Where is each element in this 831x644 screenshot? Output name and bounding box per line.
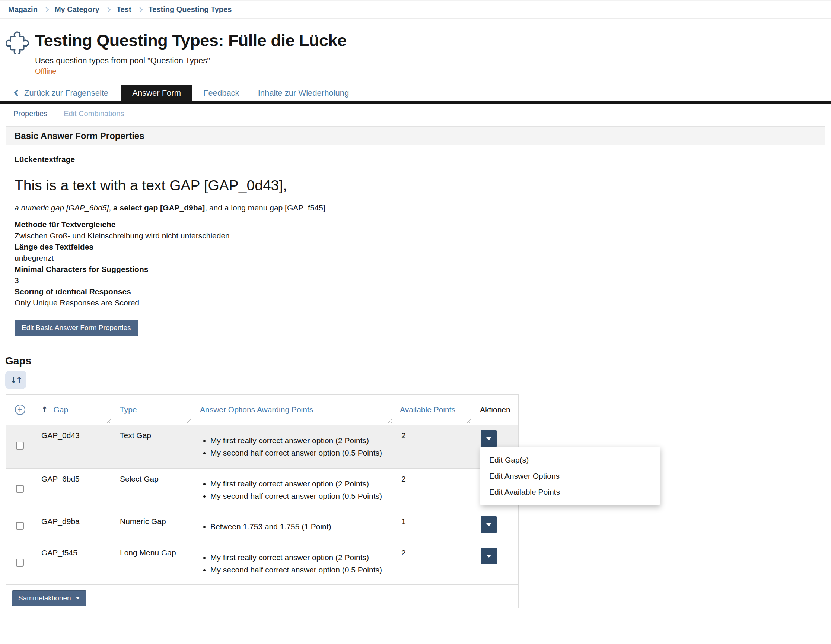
answer-option: My second half correct answer option (0.… xyxy=(210,490,393,502)
cell-available-points: 2 xyxy=(394,469,473,511)
column-header-gap[interactable]: Gap xyxy=(53,405,68,414)
cell-answer-options: Between 1.753 and 1.755 (1 Point) xyxy=(193,511,394,542)
tab-back-label: Zurück zur Fragenseite xyxy=(24,88,108,98)
cell-answer-options: My first really correct answer option (2… xyxy=(193,542,394,585)
row-checkbox[interactable] xyxy=(16,442,24,450)
row-actions-dropdown-button[interactable] xyxy=(481,516,497,533)
property-label: Methode für Textvergleiche xyxy=(14,219,817,230)
answer-option: My first really correct answer option (2… xyxy=(210,478,393,490)
breadcrumb: Magazin My Category Test Testing Questin… xyxy=(0,0,831,19)
circle-plus-icon[interactable]: + xyxy=(15,405,25,415)
chevron-left-icon xyxy=(14,89,21,96)
cell-gap-type: Numeric Gap xyxy=(113,511,193,542)
subtab-edit-combinations[interactable]: Edit Combinations xyxy=(64,110,124,118)
question-text-italic: a numeric gap [GAP_6bd5] xyxy=(14,203,109,212)
tab-answer-form[interactable]: Answer Form xyxy=(121,84,192,101)
column-resize-handle[interactable] xyxy=(466,418,471,424)
question-type-label: Lückentextfrage xyxy=(14,155,817,164)
property-label: Länge des Textfeldes xyxy=(14,241,817,252)
question-text-line2: a numeric gap [GAP_6bd5], a select gap [… xyxy=(14,203,817,212)
cell-gap-name: GAP_6bd5 xyxy=(34,469,113,511)
tab-feedback[interactable]: Feedback xyxy=(203,84,239,101)
answer-option: My second half correct answer option (0.… xyxy=(210,446,393,459)
gaps-section: Gaps ↓↑ xyxy=(0,355,831,389)
answer-option: Between 1.753 and 1.755 (1 Point) xyxy=(210,520,393,532)
cell-gap-name: GAP_d9ba xyxy=(34,511,113,542)
cell-gap-type: Text Gap xyxy=(113,425,193,469)
property-value: Zwischen Groß- und Kleinschreibung wird … xyxy=(14,230,817,241)
cell-gap-name: GAP_0d43 xyxy=(34,425,113,469)
status-offline: Offline xyxy=(35,67,346,76)
tab-back-to-question-page[interactable]: Zurück zur Fragenseite xyxy=(15,84,108,101)
panel-title: Basic Answer Form Properties xyxy=(6,127,825,145)
column-header-aktionen: Aktionen xyxy=(480,405,511,414)
bulk-actions-button[interactable]: Sammelaktionen xyxy=(12,590,86,606)
column-header-type[interactable]: Type xyxy=(120,405,137,414)
chevron-right-icon xyxy=(137,7,143,12)
cell-gap-type: Long Menu Gap xyxy=(113,542,193,585)
breadcrumb-item-current[interactable]: Testing Questing Types xyxy=(148,5,232,14)
caret-down-icon xyxy=(76,597,80,599)
table-footer-row: Sammelaktionen xyxy=(6,585,519,608)
row-checkbox[interactable] xyxy=(16,522,24,530)
property-label: Minimal Characters for Suggestions xyxy=(14,264,817,275)
cell-available-points: 2 xyxy=(394,425,473,469)
table-row-gap-d9ba: GAP_d9ba Numeric Gap Between 1.753 and 1… xyxy=(6,511,519,542)
tab-inhalte-zur-wiederholung[interactable]: Inhalte zur Wiederholung xyxy=(258,84,349,101)
row-checkbox[interactable] xyxy=(16,559,24,566)
question-text-rest: , and a long menu gap [GAP_f545] xyxy=(205,203,325,212)
page-title: Testing Questing Types: Fülle die Lücke xyxy=(35,29,346,52)
caret-down-icon xyxy=(486,555,492,558)
subtab-properties[interactable]: Properties xyxy=(13,110,47,118)
question-text-bold: a select gap [GAP_d9ba] xyxy=(113,203,205,212)
property-value: unbegrenzt xyxy=(14,252,817,264)
puzzle-piece-icon xyxy=(6,30,29,54)
cell-available-points: 2 xyxy=(394,542,473,585)
sub-tab-bar: Properties Edit Combinations xyxy=(0,104,831,118)
column-resize-handle[interactable] xyxy=(387,418,392,424)
column-resize-handle[interactable] xyxy=(186,418,191,424)
caret-down-icon xyxy=(486,523,492,526)
column-header-answer-options[interactable]: Answer Options Awarding Points xyxy=(200,405,313,414)
row-actions-dropdown-button[interactable] xyxy=(481,430,497,447)
chevron-right-icon xyxy=(105,7,111,12)
cell-answer-options: My first really correct answer option (2… xyxy=(193,469,394,511)
row-actions-dropdown-button[interactable] xyxy=(481,548,497,564)
chevron-right-icon xyxy=(43,7,49,12)
gaps-section-title: Gaps xyxy=(5,355,831,367)
breadcrumb-item-my-category[interactable]: My Category xyxy=(55,5,99,14)
cell-answer-options: My first really correct answer option (2… xyxy=(193,425,394,469)
menu-item-edit-answer-options[interactable]: Edit Answer Options xyxy=(480,468,660,484)
row-checkbox[interactable] xyxy=(16,485,24,493)
tab-bar: Zurück zur Fragenseite Answer Form Feedb… xyxy=(0,84,831,104)
answer-option: My first really correct answer option (2… xyxy=(210,551,393,564)
bulk-actions-label: Sammelaktionen xyxy=(18,594,71,602)
menu-item-edit-available-points[interactable]: Edit Available Points xyxy=(480,484,660,500)
gaps-table: + ↑ Gap Type Answer Options Awarding Poi… xyxy=(6,394,519,608)
column-resize-handle[interactable] xyxy=(106,418,111,424)
cell-available-points: 1 xyxy=(394,511,473,542)
page-subtitle: Uses question types from pool "Question … xyxy=(35,56,346,65)
answer-option: My first really correct answer option (2… xyxy=(210,434,393,446)
caret-down-icon xyxy=(486,437,492,440)
property-label: Scoring of identical Responses xyxy=(14,286,817,297)
property-value: 3 xyxy=(14,275,817,286)
gaps-table-wrap: + ↑ Gap Type Answer Options Awarding Poi… xyxy=(6,394,519,608)
table-header-row: + ↑ Gap Type Answer Options Awarding Poi… xyxy=(6,395,519,425)
question-text-heading: This is a text with a text GAP [GAP_0d43… xyxy=(14,177,817,194)
properties-list: Methode für Textvergleiche Zwischen Groß… xyxy=(14,219,817,308)
basic-answer-form-panel: Basic Answer Form Properties Lückentextf… xyxy=(6,126,825,346)
breadcrumb-item-test[interactable]: Test xyxy=(116,5,131,14)
column-header-available-points[interactable]: Available Points xyxy=(400,405,455,414)
table-row-gap-6bd5: GAP_6bd5 Select Gap My first really corr… xyxy=(6,469,519,511)
sort-order-button[interactable]: ↓↑ xyxy=(5,371,26,389)
answer-option: My second half correct answer option (0.… xyxy=(210,564,393,576)
row-actions-dropdown-menu: Edit Gap(s) Edit Answer Options Edit Ava… xyxy=(480,446,660,505)
breadcrumb-item-magazin[interactable]: Magazin xyxy=(8,5,38,14)
cell-gap-type: Select Gap xyxy=(113,469,193,511)
property-value: Only Unique Responses are Scored xyxy=(14,297,817,308)
table-row-gap-f545: GAP_f545 Long Menu Gap My first really c… xyxy=(6,542,519,585)
sort-arrows-icon: ↓↑ xyxy=(10,375,22,385)
menu-item-edit-gaps[interactable]: Edit Gap(s) xyxy=(480,452,660,468)
edit-basic-answer-form-properties-button[interactable]: Edit Basic Answer Form Properties xyxy=(14,320,138,336)
